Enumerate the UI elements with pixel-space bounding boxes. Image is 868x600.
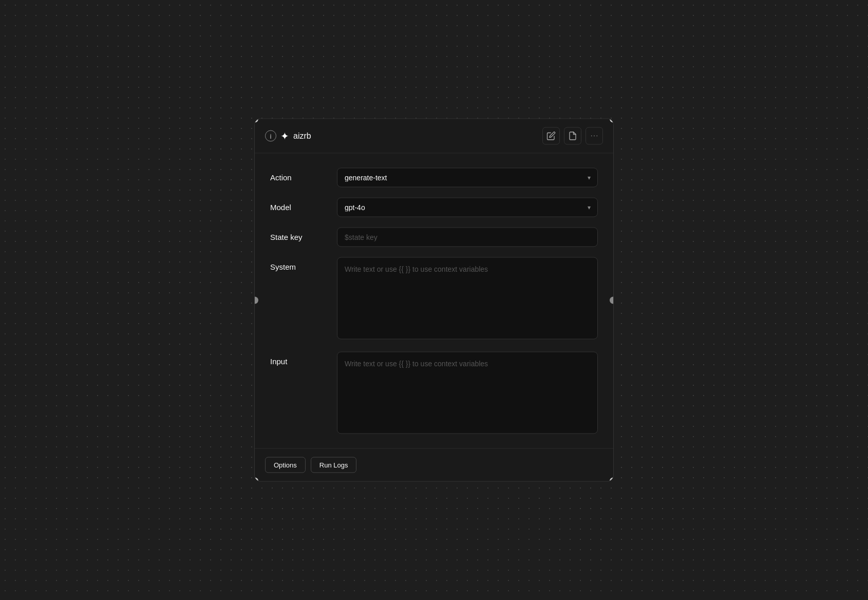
model-row: Model gpt-4o gpt-4 gpt-3.5-turbo claude-… — [270, 198, 598, 217]
document-button[interactable] — [564, 127, 581, 145]
state-key-label: State key — [270, 228, 327, 241]
action-control: generate-text classify-text summarize tr… — [337, 168, 598, 188]
handle-bottom-right[interactable] — [610, 478, 614, 482]
system-row: System — [270, 257, 598, 342]
input-label: Input — [270, 352, 327, 366]
edit-icon — [546, 132, 556, 141]
svg-point-2 — [597, 136, 598, 137]
canvas: i ✦ aizrb — [0, 0, 868, 600]
sparkle-icon: ✦ — [280, 130, 289, 142]
action-row: Action generate-text classify-text summa… — [270, 168, 598, 188]
system-textarea[interactable] — [337, 257, 598, 340]
input-row: Input — [270, 352, 598, 436]
more-icon — [590, 132, 599, 141]
model-select[interactable]: gpt-4o gpt-4 gpt-3.5-turbo claude-3 — [337, 198, 598, 217]
state-key-row: State key — [270, 228, 598, 247]
system-label: System — [270, 257, 327, 271]
model-select-wrapper: gpt-4o gpt-4 gpt-3.5-turbo claude-3 ▾ — [337, 198, 598, 217]
card-body: Action generate-text classify-text summa… — [255, 154, 613, 448]
model-label: Model — [270, 198, 327, 212]
info-icon: i — [265, 130, 276, 142]
state-key-control — [337, 228, 598, 247]
handle-middle-right[interactable] — [610, 296, 614, 304]
document-icon — [568, 132, 577, 141]
action-select[interactable]: generate-text classify-text summarize tr… — [337, 168, 598, 188]
state-key-input[interactable] — [337, 228, 598, 247]
edit-button[interactable] — [542, 127, 560, 145]
card-footer: Options Run Logs — [255, 448, 613, 481]
more-button[interactable] — [586, 127, 603, 145]
header-left: i ✦ aizrb — [265, 130, 538, 142]
svg-point-0 — [591, 136, 592, 137]
input-control — [337, 352, 598, 436]
card-header: i ✦ aizrb — [255, 119, 613, 154]
action-select-wrapper: generate-text classify-text summarize tr… — [337, 168, 598, 188]
run-logs-button[interactable]: Run Logs — [311, 457, 357, 473]
node-card: i ✦ aizrb — [254, 119, 614, 482]
options-button[interactable]: Options — [265, 457, 306, 473]
svg-point-1 — [594, 136, 595, 137]
node-title: aizrb — [293, 132, 311, 141]
header-actions — [542, 127, 603, 145]
model-control: gpt-4o gpt-4 gpt-3.5-turbo claude-3 ▾ — [337, 198, 598, 217]
system-control — [337, 257, 598, 342]
input-textarea[interactable] — [337, 352, 598, 434]
action-label: Action — [270, 168, 327, 182]
